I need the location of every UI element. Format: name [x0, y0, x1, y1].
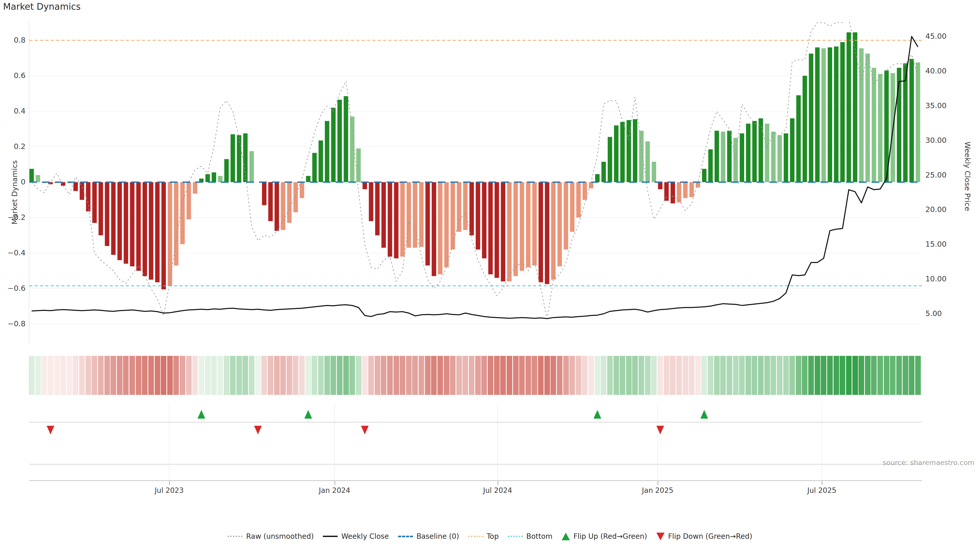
dynamics-bar — [450, 182, 455, 249]
heatmap-cell — [148, 356, 154, 395]
heatmap-cell — [821, 356, 826, 395]
heatmap-cell — [368, 356, 374, 395]
heatmap-cell — [444, 356, 449, 395]
right-tick-label: 5.00 — [925, 309, 956, 318]
heatmap-cell — [481, 356, 487, 395]
dynamics-bar — [231, 134, 235, 182]
heatmap-cell — [507, 356, 512, 395]
dynamics-bar — [759, 118, 763, 182]
flip-markers-panel — [29, 403, 922, 481]
dynamics-bar — [331, 108, 336, 182]
dynamics-bar — [551, 182, 556, 279]
left-tick-label: −0.4 — [0, 248, 25, 257]
dynamics-bar — [224, 159, 229, 182]
dynamics-bar — [369, 182, 373, 221]
heatmap-cell — [538, 356, 544, 395]
flip-down-marker — [361, 426, 369, 434]
heatmap-cell — [425, 356, 431, 395]
x-tick-label: Jan 2025 — [642, 486, 673, 495]
heatmap-cell — [871, 356, 877, 395]
heatmap-cell — [733, 356, 738, 395]
heatmap-cell — [230, 356, 235, 395]
dynamics-bar — [859, 48, 864, 182]
heatmap-cell — [531, 356, 537, 395]
dashed-line-swatch — [398, 536, 413, 537]
dotted-line-swatch — [228, 536, 242, 537]
dynamics-bar — [344, 96, 348, 182]
heatmap-cell — [249, 356, 255, 395]
heatmap-cell — [657, 356, 663, 395]
dynamics-bar — [111, 182, 116, 255]
dynamics-bar — [803, 76, 807, 182]
heatmap-cell — [796, 356, 801, 395]
dynamics-bar — [400, 182, 405, 257]
dotted-line-swatch — [468, 536, 483, 537]
flip-up-marker — [197, 410, 205, 419]
dynamics-bar — [293, 182, 298, 212]
legend-item: Raw (unsmoothed) — [228, 532, 313, 540]
heatmap-cell — [305, 356, 311, 395]
heatmap-cell — [60, 356, 66, 395]
heatmap-cell — [500, 356, 506, 395]
heatmap-cell — [205, 356, 210, 395]
legend-item: Bottom — [508, 532, 552, 540]
heatmap-cell — [664, 356, 670, 395]
heatmap-cell — [155, 356, 160, 395]
heatmap-cell — [903, 356, 908, 395]
dynamics-bar — [576, 182, 581, 218]
heatmap-cell — [331, 356, 336, 395]
heatmap-cell — [280, 356, 286, 395]
dynamics-bar — [143, 182, 147, 276]
heatmap-cell — [488, 356, 493, 395]
heatmap-cell — [890, 356, 896, 395]
dynamics-bar — [658, 182, 662, 189]
x-tick-label: Jul 2025 — [807, 486, 836, 495]
dynamics-bar — [136, 182, 141, 271]
x-tick-mark — [658, 481, 658, 485]
left-tick-label: −0.8 — [0, 319, 25, 328]
right-tick-label: 40.00 — [925, 67, 956, 75]
dynamics-bar — [620, 122, 625, 182]
left-tick-label: 0.4 — [0, 106, 25, 115]
heatmap-cell — [48, 356, 53, 395]
dynamics-bar — [652, 162, 656, 182]
heatmap-cell — [463, 356, 468, 395]
dynamics-bar — [312, 153, 317, 182]
dynamics-bar — [407, 182, 411, 248]
heatmap-cell — [877, 356, 883, 395]
heatmap-cell — [242, 356, 248, 395]
dynamics-bar — [777, 135, 782, 182]
heatmap-cell — [236, 356, 242, 395]
dynamics-bar — [425, 182, 430, 265]
dynamics-bar — [394, 182, 399, 259]
heatmap-cell — [110, 356, 116, 395]
heatmap-cell — [375, 356, 380, 395]
dynamics-bar — [262, 182, 267, 205]
heatmap-cell — [293, 356, 298, 395]
heatmap-cell — [255, 356, 261, 395]
dynamics-bar — [105, 182, 110, 246]
heatmap-cell — [412, 356, 418, 395]
heatmap-cell — [909, 356, 915, 395]
dynamics-bar — [243, 133, 248, 182]
heatmap-cell — [770, 356, 776, 395]
dynamics-bar — [821, 48, 826, 182]
left-tick-label: 0.8 — [0, 36, 25, 44]
dynamics-bar — [281, 182, 285, 230]
heatmap-cell — [544, 356, 550, 395]
dynamics-bar — [689, 182, 694, 197]
dynamics-bar — [375, 182, 380, 235]
dynamics-bar — [671, 182, 675, 203]
heatmap-cell — [601, 356, 606, 395]
dynamics-bar — [118, 182, 122, 260]
heatmap-cell — [620, 356, 625, 395]
dynamics-bar — [916, 62, 920, 182]
dynamics-bar — [488, 182, 493, 274]
heatmap-cell — [651, 356, 657, 395]
flip-down-marker — [254, 426, 262, 434]
heatmap-cell — [73, 356, 78, 395]
heatmap-cell — [513, 356, 519, 395]
dynamics-bar — [350, 117, 355, 182]
heatmap-cell — [632, 356, 638, 395]
dynamics-bar — [507, 182, 512, 281]
